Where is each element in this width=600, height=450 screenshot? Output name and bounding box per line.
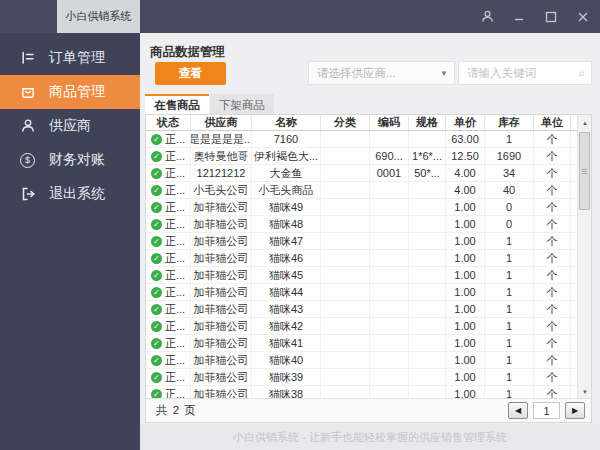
- cell-status: ✓ 正...: [146, 199, 191, 215]
- status-ok-icon: ✓: [151, 355, 162, 366]
- cell-name: 猫咪43: [252, 301, 321, 317]
- person-icon: [19, 118, 36, 135]
- page-total-label: 共 2 页: [156, 403, 197, 418]
- cell-name: 猫咪39: [252, 369, 321, 385]
- cell-price: 1.00: [446, 369, 485, 385]
- table-row[interactable]: ✓ 正... 12121212 大金鱼 0001 50*... 4.00 34 …: [146, 165, 577, 182]
- close-button[interactable]: [574, 8, 592, 26]
- minimize-button[interactable]: [510, 8, 528, 26]
- status-text: 正...: [165, 234, 185, 249]
- col-category[interactable]: 分类: [321, 115, 370, 130]
- app-title-tab[interactable]: 小白供销系统: [57, 0, 140, 33]
- cell-spec: 50*...: [409, 165, 446, 181]
- status-ok-icon: ✓: [151, 270, 162, 281]
- keyword-input[interactable]: [467, 67, 567, 79]
- col-spec[interactable]: 规格: [409, 115, 446, 130]
- cell-status: ✓ 正...: [146, 233, 191, 249]
- cell-spec: [409, 301, 446, 317]
- sidebar-item-exit[interactable]: 退出系统: [0, 177, 140, 211]
- pagination-bar: 共 2 页 ◀ 1 ▶: [146, 398, 591, 422]
- cell-status: ✓ 正...: [146, 131, 191, 147]
- table-row[interactable]: ✓ 正... 加菲猫公司 猫咪41 1.00 1 个: [146, 335, 577, 352]
- sidebar-item-orders[interactable]: 订单管理: [0, 41, 140, 75]
- vertical-scrollbar[interactable]: ▲ ▼: [577, 115, 591, 399]
- sidebar-item-label: 财务对账: [49, 151, 105, 169]
- status-text: 正...: [165, 183, 185, 198]
- user-icon[interactable]: [478, 8, 496, 26]
- tab-offshelf[interactable]: 下架商品: [210, 94, 274, 114]
- tab-onsale[interactable]: 在售商品: [145, 94, 209, 114]
- cell-price: 1.00: [446, 301, 485, 317]
- table-row[interactable]: ✓ 正... 加菲猫公司 猫咪48 1.00 0 个: [146, 216, 577, 233]
- cell-spec: [409, 131, 446, 147]
- col-supplier[interactable]: 供应商: [191, 115, 252, 130]
- cell-price: 1.00: [446, 233, 485, 249]
- table-row[interactable]: ✓ 正... 加菲猫公司 猫咪43 1.00 1 个: [146, 301, 577, 318]
- scroll-down-icon[interactable]: ▼: [578, 385, 592, 398]
- table-row[interactable]: ✓ 正... 奥特曼他哥 伊利褐色大... 690... 1*6*... 12.…: [146, 148, 577, 165]
- status-text: 正...: [165, 268, 185, 283]
- col-status[interactable]: 状态: [146, 115, 191, 130]
- table-row[interactable]: ✓ 正... 加菲猫公司 猫咪46 1.00 1 个: [146, 250, 577, 267]
- scroll-up-icon[interactable]: ▲: [578, 116, 592, 129]
- col-price[interactable]: 单价: [446, 115, 485, 130]
- cell-code: [370, 131, 409, 147]
- maximize-button[interactable]: [542, 8, 560, 26]
- cell-supplier: 12121212: [191, 165, 252, 181]
- scrollbar-thumb[interactable]: [579, 132, 590, 210]
- query-button[interactable]: 查看: [155, 62, 226, 85]
- cell-supplier: 加菲猫公司: [191, 318, 252, 334]
- table-row[interactable]: ✓ 正... 加菲猫公司 猫咪40 1.00 1 个: [146, 352, 577, 369]
- cell-supplier: 加菲猫公司: [191, 352, 252, 368]
- status-text: 正...: [165, 285, 185, 300]
- cell-status: ✓ 正...: [146, 267, 191, 283]
- cell-unit: 个: [534, 369, 571, 385]
- cell-category: [321, 335, 370, 351]
- supplier-select[interactable]: 请选择供应商... ▼: [308, 61, 455, 85]
- table-row[interactable]: ✓ 正... 加菲猫公司 猫咪45 1.00 1 个: [146, 267, 577, 284]
- cell-unit: 个: [534, 284, 571, 300]
- cell-spec: [409, 267, 446, 283]
- status-text: 正...: [165, 319, 185, 334]
- status-ok-icon: ✓: [151, 202, 162, 213]
- cell-stock: 0: [485, 199, 534, 215]
- cell-price: 1.00: [446, 284, 485, 300]
- table-row[interactable]: ✓ 正... 加菲猫公司 猫咪39 1.00 1 个: [146, 369, 577, 386]
- cell-status: ✓ 正...: [146, 216, 191, 232]
- col-code[interactable]: 编码: [370, 115, 409, 130]
- table-row[interactable]: ✓ 正... 是是是是是... 7160 63.00 1 个: [146, 131, 577, 148]
- status-text: 正...: [165, 336, 185, 351]
- next-page-button[interactable]: ▶: [565, 402, 585, 419]
- table-row[interactable]: ✓ 正... 加菲猫公司 猫咪44 1.00 1 个: [146, 284, 577, 301]
- cell-supplier: 是是是是是...: [191, 131, 252, 147]
- table-row[interactable]: ✓ 正... 小毛头公司 小毛头商品 4.00 40 个: [146, 182, 577, 199]
- table-row[interactable]: ✓ 正... 加菲猫公司 猫咪47 1.00 1 个: [146, 233, 577, 250]
- prev-page-button[interactable]: ◀: [508, 402, 528, 419]
- cell-code: [370, 216, 409, 232]
- cell-status: ✓ 正...: [146, 352, 191, 368]
- cell-status: ✓ 正...: [146, 148, 191, 164]
- cell-name: 猫咪48: [252, 216, 321, 232]
- col-unit[interactable]: 单位: [534, 115, 571, 130]
- cell-spec: [409, 216, 446, 232]
- table-row[interactable]: ✓ 正... 加菲猫公司 猫咪49 1.00 0 个: [146, 199, 577, 216]
- cell-unit: 个: [534, 267, 571, 283]
- cell-unit: 个: [534, 216, 571, 232]
- sidebar-item-suppliers[interactable]: 供应商: [0, 109, 140, 143]
- cell-unit: 个: [534, 233, 571, 249]
- col-stock[interactable]: 库存: [485, 115, 534, 130]
- cell-status: ✓ 正...: [146, 250, 191, 266]
- cell-stock: 1: [485, 352, 534, 368]
- cell-supplier: 加菲猫公司: [191, 301, 252, 317]
- order-list-icon: [19, 50, 36, 67]
- cell-category: [321, 284, 370, 300]
- cell-status: ✓ 正...: [146, 301, 191, 317]
- sidebar-item-finance[interactable]: $ 财务对账: [0, 143, 140, 177]
- sidebar-item-products[interactable]: 商品管理: [0, 75, 140, 109]
- sidebar-item-label: 商品管理: [49, 83, 105, 101]
- status-text: 正...: [165, 302, 185, 317]
- current-page-box[interactable]: 1: [533, 402, 560, 419]
- cell-price: 1.00: [446, 216, 485, 232]
- table-row[interactable]: ✓ 正... 加菲猫公司 猫咪42 1.00 1 个: [146, 318, 577, 335]
- col-name[interactable]: 名称: [252, 115, 321, 130]
